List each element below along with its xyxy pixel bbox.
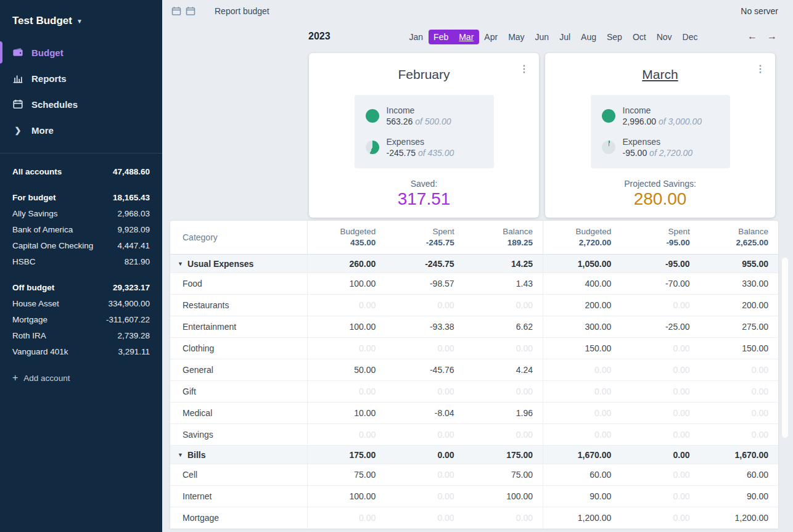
category-name[interactable]: Medical [170, 403, 307, 424]
balance-cell[interactable]: 275.00 [700, 316, 778, 337]
spent-cell[interactable]: 0.00 [385, 446, 464, 464]
budgeted-cell[interactable]: 0.00 [307, 507, 385, 528]
all-accounts-row[interactable]: All accounts 47,488.60 [12, 163, 150, 179]
spent-cell[interactable]: 0.00 [621, 507, 699, 528]
spent-cell[interactable]: 0.00 [385, 295, 464, 316]
one-month-view-icon[interactable] [171, 6, 181, 16]
collapse-icon[interactable]: ▼ [178, 452, 183, 458]
spent-cell[interactable]: 0.00 [621, 446, 699, 464]
category-row-internet[interactable]: Internet100.000.00100.0090.000.0090.00 [170, 486, 778, 507]
account-row[interactable]: HSBC 821.90 [12, 253, 150, 269]
spent-cell[interactable]: -8.04 [385, 403, 464, 424]
budget-type-button[interactable]: Report budget [215, 6, 269, 16]
spent-cell[interactable]: 0.00 [621, 403, 699, 424]
spent-cell[interactable]: 0.00 [385, 486, 464, 507]
balance-cell[interactable]: 75.00 [464, 464, 543, 485]
category-name[interactable]: Gift [170, 381, 307, 402]
account-row[interactable]: Vanguard 401k 3,291.11 [12, 343, 150, 359]
vertical-scrollbar-thumb[interactable] [782, 258, 788, 438]
spent-cell[interactable]: 0.00 [385, 507, 464, 528]
balance-cell[interactable]: 0.00 [464, 424, 543, 445]
spent-cell[interactable]: -93.38 [385, 316, 464, 337]
spent-cell[interactable]: -45.76 [385, 359, 464, 380]
category-row-restaurants[interactable]: Restaurants0.000.000.00200.000.00200.00 [170, 295, 778, 316]
spent-cell[interactable]: 0.00 [621, 381, 699, 402]
spent-cell[interactable]: 0.00 [385, 464, 464, 485]
month-button-sep[interactable]: Sep [601, 30, 627, 44]
category-row-gift[interactable]: Gift0.000.000.000.000.000.00 [170, 381, 778, 403]
month-button-may[interactable]: May [503, 30, 530, 44]
group-row-usual-expenses[interactable]: ▼Usual Expenses260.00-245.7514.251,050.0… [170, 255, 778, 273]
spent-cell[interactable]: -70.00 [621, 273, 699, 294]
category-name[interactable]: Entertainment [170, 316, 307, 337]
card-menu-icon[interactable]: ⋮ [519, 63, 529, 75]
budgeted-cell[interactable]: 90.00 [543, 486, 621, 507]
balance-cell[interactable]: 0.00 [464, 338, 543, 359]
server-status-button[interactable]: No server [741, 6, 778, 16]
balance-cell[interactable]: 90.00 [700, 486, 778, 507]
category-name[interactable]: General [170, 359, 307, 380]
month-button-jan[interactable]: Jan [404, 30, 429, 44]
budgeted-cell[interactable]: 1,670.00 [543, 446, 621, 464]
month-button-apr[interactable]: Apr [479, 30, 503, 44]
spent-cell[interactable]: 0.00 [621, 464, 699, 485]
spent-cell[interactable]: 0.00 [385, 424, 464, 445]
balance-cell[interactable]: 14.25 [464, 255, 543, 272]
group-row-bills[interactable]: ▼Bills175.000.00175.001,670.000.001,670.… [170, 446, 778, 464]
category-name[interactable]: Food [170, 273, 307, 294]
off-budget-row[interactable]: Off budget 29,323.17 [12, 279, 150, 295]
add-account-button[interactable]: + Add account [12, 373, 150, 383]
for-budget-row[interactable]: For budget 18,165.43 [12, 189, 150, 205]
account-row[interactable]: Roth IRA 2,739.28 [12, 327, 150, 343]
month-button-aug[interactable]: Aug [576, 30, 602, 44]
budgeted-cell[interactable]: 1,200.00 [543, 507, 621, 528]
sidebar-item-schedules[interactable]: Schedules [0, 91, 162, 117]
card-menu-icon[interactable]: ⋮ [755, 63, 765, 75]
balance-cell[interactable]: 4.24 [464, 359, 543, 380]
balance-cell[interactable]: 955.00 [700, 255, 778, 272]
category-row-clothing[interactable]: Clothing0.000.000.00150.000.00150.00 [170, 338, 778, 359]
prev-month-arrow[interactable]: ← [747, 31, 757, 42]
budgeted-cell[interactable]: 10.00 [307, 403, 385, 424]
budgeted-cell[interactable]: 175.00 [307, 446, 385, 464]
balance-cell[interactable]: 330.00 [700, 273, 778, 294]
budgeted-cell[interactable]: 300.00 [543, 316, 621, 337]
budgeted-cell[interactable]: 100.00 [307, 316, 385, 337]
budgeted-cell[interactable]: 0.00 [543, 359, 621, 380]
budgeted-cell[interactable]: 0.00 [543, 403, 621, 424]
group-name[interactable]: ▼Bills [170, 446, 307, 464]
budgeted-cell[interactable]: 100.00 [307, 273, 385, 294]
balance-cell[interactable]: 0.00 [464, 507, 543, 528]
category-name[interactable]: Savings [170, 424, 307, 445]
month-button-feb[interactable]: Feb [429, 30, 454, 44]
balance-cell[interactable]: 1.43 [464, 273, 543, 294]
category-name[interactable]: Mortgage [170, 507, 307, 528]
month-card-title[interactable]: February [398, 67, 450, 82]
budgeted-cell[interactable]: 100.00 [307, 486, 385, 507]
category-row-food[interactable]: Food100.00-98.571.43400.00-70.00330.00 [170, 273, 778, 295]
spent-cell[interactable]: 0.00 [621, 338, 699, 359]
spent-cell[interactable]: 0.00 [385, 338, 464, 359]
balance-cell[interactable]: 100.00 [464, 486, 543, 507]
budgeted-cell[interactable]: 0.00 [307, 424, 385, 445]
month-button-dec[interactable]: Dec [677, 30, 703, 44]
budget-file-dropdown[interactable]: Test Budget ▼ [0, 0, 162, 27]
balance-cell[interactable]: 6.62 [464, 316, 543, 337]
balance-cell[interactable]: 0.00 [700, 424, 778, 445]
balance-cell[interactable]: 175.00 [464, 446, 543, 464]
account-row[interactable]: Capital One Checking 4,447.41 [12, 237, 150, 253]
balance-cell[interactable]: 0.00 [464, 295, 543, 316]
category-row-mortgage[interactable]: Mortgage0.000.000.001,200.000.001,200.00 [170, 507, 778, 529]
balance-cell[interactable]: 0.00 [700, 359, 778, 380]
month-button-jul[interactable]: Jul [554, 30, 576, 44]
sidebar-item-reports[interactable]: Reports [0, 65, 162, 91]
balance-cell[interactable]: 200.00 [700, 295, 778, 316]
balance-cell[interactable]: 60.00 [700, 464, 778, 485]
balance-cell[interactable]: 0.00 [700, 403, 778, 424]
balance-cell[interactable]: 150.00 [700, 338, 778, 359]
category-name[interactable]: Clothing [170, 338, 307, 359]
budgeted-cell[interactable]: 0.00 [307, 381, 385, 402]
category-name[interactable]: Internet [170, 486, 307, 507]
spent-cell[interactable]: -245.75 [385, 255, 464, 272]
budgeted-cell[interactable]: 0.00 [543, 381, 621, 402]
